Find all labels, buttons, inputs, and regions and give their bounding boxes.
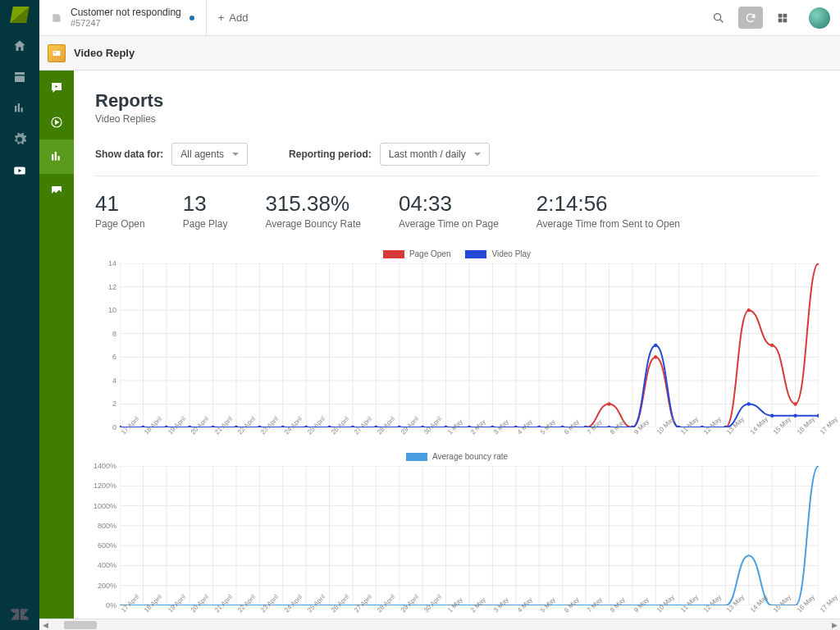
sidebar-chat-icon[interactable] [39, 71, 74, 105]
tab-title: Customer not responding [71, 7, 181, 18]
svg-point-94 [444, 426, 447, 427]
app-title: Video Reply [74, 47, 135, 59]
home-icon[interactable] [11, 38, 28, 54]
svg-point-107 [747, 402, 751, 405]
stat-value: 04:33 [399, 191, 499, 217]
svg-rect-4 [778, 18, 783, 22]
video-reply-app-icon [48, 44, 66, 62]
user-avatar[interactable] [809, 7, 830, 29]
legend-label: Page Open [409, 249, 451, 258]
sidebar-play-icon[interactable] [39, 105, 74, 139]
svg-point-77 [770, 344, 774, 347]
svg-point-80 [120, 426, 121, 427]
svg-point-105 [701, 426, 704, 427]
nav-rail [0, 0, 39, 630]
add-label: Add [229, 11, 248, 24]
stat: 315.38%Average Bouncy Rate [265, 191, 361, 230]
tab-sub: #57247 [71, 18, 181, 29]
add-tab-button[interactable]: + Add [207, 0, 260, 35]
svg-rect-2 [778, 13, 783, 17]
period-select[interactable]: Last month / daily [380, 143, 490, 166]
filter-data-label: Show data for: [95, 148, 163, 160]
chart-1-legend: Page OpenVideo Play [95, 249, 819, 258]
app-sidebar [39, 71, 74, 630]
legend-label: Video Play [491, 249, 531, 258]
svg-point-70 [607, 402, 610, 405]
svg-point-87 [281, 426, 285, 427]
svg-rect-6 [53, 51, 61, 56]
ticket-tab-icon [51, 12, 62, 24]
stat: 13Page Play [183, 191, 228, 230]
svg-rect-3 [783, 13, 788, 17]
legend-swatch [383, 250, 404, 258]
svg-point-106 [724, 426, 727, 427]
svg-point-84 [211, 426, 214, 427]
plus-icon: + [218, 11, 225, 24]
svg-point-76 [747, 308, 751, 312]
svg-point-82 [165, 426, 168, 427]
svg-point-90 [351, 426, 354, 427]
chart-1: Page OpenVideo Play 0246810121417 April1… [95, 249, 819, 427]
filter-period-label: Reporting period: [289, 148, 372, 160]
chart-2-legend: Average bouncy rate [95, 452, 819, 461]
svg-point-81 [141, 426, 144, 427]
tab-status-dot [189, 16, 194, 21]
svg-point-103 [654, 344, 657, 347]
svg-point-96 [491, 426, 494, 427]
legend-swatch [465, 250, 486, 258]
sidebar-image-icon[interactable] [39, 174, 74, 208]
scroll-left-arrow[interactable]: ◀ [39, 621, 51, 629]
svg-point-83 [188, 426, 191, 427]
svg-point-110 [817, 414, 819, 418]
svg-point-78 [793, 402, 797, 405]
stat: 41Page Open [95, 191, 145, 230]
sidebar-reports-icon[interactable] [39, 139, 74, 174]
stat-value: 41 [95, 191, 145, 217]
svg-point-1 [714, 13, 721, 20]
svg-point-92 [398, 426, 401, 427]
scroll-thumb[interactable] [64, 621, 97, 629]
video-app-icon[interactable] [11, 162, 28, 179]
search-icon[interactable] [702, 0, 735, 35]
stat-label: Average Bouncy Rate [265, 218, 361, 230]
stat-label: Average Time from Sent to Open [536, 218, 680, 230]
gear-icon[interactable] [11, 131, 28, 148]
stat-label: Page Play [183, 218, 228, 230]
svg-point-100 [584, 426, 587, 427]
horizontal-scrollbar[interactable]: ◀ ▶ [39, 619, 840, 630]
chart-1-plot: 0246810121417 April18 April19 April20 Ap… [120, 263, 819, 427]
zendesk-mark-icon [11, 607, 29, 622]
agents-select[interactable]: All agents [171, 143, 248, 166]
refresh-icon[interactable] [738, 7, 763, 29]
svg-point-89 [327, 426, 331, 427]
svg-point-91 [374, 426, 377, 427]
svg-point-104 [677, 426, 680, 427]
app-subbar: Video Reply [39, 36, 840, 71]
stat-value: 13 [183, 191, 228, 217]
top-tabs: Customer not responding #57247 + Add [39, 0, 840, 36]
svg-point-72 [654, 355, 657, 358]
content-area: Reports Video Replies Show data for: All… [74, 71, 840, 630]
svg-point-7 [54, 52, 56, 53]
svg-point-108 [770, 414, 774, 418]
svg-point-101 [607, 426, 610, 427]
chart-2: Average bouncy rate 0%200%400%600%800%10… [95, 452, 819, 605]
legend-swatch [406, 453, 427, 461]
svg-point-99 [560, 426, 564, 427]
apps-icon[interactable] [766, 0, 799, 35]
svg-point-97 [514, 426, 518, 427]
stat-value: 2:14:56 [536, 191, 680, 217]
ticket-icon[interactable] [11, 69, 28, 85]
reports-icon[interactable] [11, 100, 28, 116]
ticket-tab[interactable]: Customer not responding #57247 [39, 0, 207, 35]
svg-point-95 [468, 426, 471, 427]
scroll-right-arrow[interactable]: ▶ [829, 621, 840, 629]
stat-label: Page Open [95, 218, 145, 230]
chart-2-plot: 0%200%400%600%800%1000%1200%1400%17 Apri… [120, 466, 819, 605]
svg-point-98 [537, 426, 541, 427]
stat-label: Average Time on Page [399, 218, 499, 230]
page-subtitle: Video Replies [95, 113, 819, 125]
stat-value: 315.38% [265, 191, 361, 217]
stat: 04:33Average Time on Page [399, 191, 499, 230]
svg-point-102 [631, 426, 634, 427]
